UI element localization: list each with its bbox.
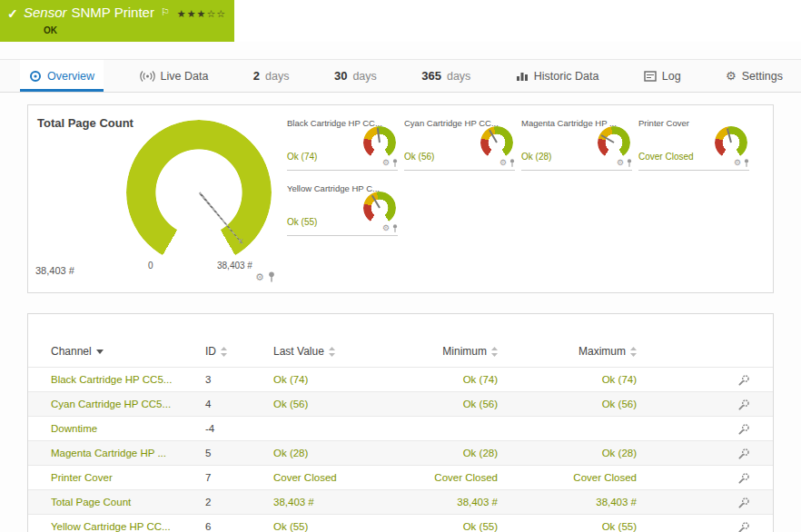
channel-gauge-tile[interactable]: Printer Cover Cover Closed ⚙ bbox=[638, 114, 749, 171]
column-header-maximum[interactable]: Maximum bbox=[498, 345, 637, 358]
table-row: Yellow Cartridge HP CC... 6 Ok (55) Ok (… bbox=[28, 514, 773, 532]
gauge-settings-icon[interactable]: ⚙ bbox=[617, 159, 624, 167]
channel-settings-icon[interactable] bbox=[637, 497, 750, 508]
tile-toolbar: ⚙ bbox=[382, 224, 398, 232]
table-row: Printer Cover 7 Cover Closed Cover Close… bbox=[28, 465, 773, 489]
channel-link[interactable]: Cyan Cartridge HP CC5... bbox=[51, 399, 205, 409]
column-header-last-value[interactable]: Last Value bbox=[273, 345, 391, 358]
gauge-settings-icon[interactable]: ⚙ bbox=[382, 224, 390, 232]
gauge-ring bbox=[126, 120, 272, 265]
channel-minimum: Ok (74) bbox=[391, 374, 498, 385]
tab-2-days-label: days bbox=[265, 70, 289, 83]
channel-id: 4 bbox=[205, 399, 273, 409]
tile-toolbar: ⚙ bbox=[382, 159, 398, 167]
page-header: ✓ SensorSNMP Printer⚐★★★☆☆ OK bbox=[0, 0, 801, 42]
channel-last-value: Ok (28) bbox=[273, 448, 391, 458]
tab-365-days[interactable]: 365 days bbox=[412, 60, 480, 92]
sort-both-icon bbox=[221, 347, 227, 357]
column-header-minimum[interactable]: Minimum bbox=[391, 345, 498, 358]
channel-id: -4 bbox=[205, 423, 273, 434]
pin-icon[interactable] bbox=[392, 159, 398, 167]
tab-overview[interactable]: Overview bbox=[20, 60, 104, 92]
channel-settings-icon[interactable] bbox=[637, 472, 750, 484]
mini-gauge bbox=[363, 192, 396, 224]
pin-icon[interactable] bbox=[268, 271, 275, 282]
status-badge: OK bbox=[44, 25, 57, 35]
channel-settings-icon[interactable] bbox=[637, 423, 750, 435]
pin-icon[interactable] bbox=[509, 159, 515, 167]
channel-link[interactable]: Black Cartridge HP CC5... bbox=[51, 374, 205, 385]
main-gauge-toolbar: ⚙ bbox=[255, 271, 275, 282]
tile-toolbar: ⚙ bbox=[499, 159, 515, 167]
tab-30-days[interactable]: 30 days bbox=[325, 60, 386, 92]
column-header-channel[interactable]: Channel bbox=[51, 345, 205, 358]
sensor-title-row: SensorSNMP Printer⚐★★★☆☆ bbox=[24, 5, 226, 20]
channel-link[interactable]: Yellow Cartridge HP CC... bbox=[51, 521, 205, 532]
channel-minimum: 38,403 # bbox=[391, 497, 498, 507]
tab-settings-label: Settings bbox=[742, 70, 783, 83]
sensor-title: SNMP Printer bbox=[72, 5, 154, 20]
tile-status-value: Ok (28) bbox=[521, 152, 551, 162]
channel-minimum: Cover Closed bbox=[391, 472, 498, 483]
table-body: Black Cartridge HP CC5... 3 Ok (74) Ok (… bbox=[28, 367, 773, 532]
sort-both-icon bbox=[329, 347, 335, 357]
pin-icon[interactable] bbox=[627, 159, 632, 167]
stars-empty: ☆☆ bbox=[206, 8, 226, 19]
gauge-scale-min: 0 bbox=[148, 261, 153, 271]
pin-icon[interactable] bbox=[392, 224, 398, 232]
channel-id: 5 bbox=[205, 448, 273, 458]
main-gauge-title: Total Page Count bbox=[37, 116, 134, 130]
channel-gauge-tile[interactable]: Black Cartridge HP CC... Ok (74) ⚙ bbox=[287, 114, 398, 171]
channel-maximum: Ok (74) bbox=[498, 374, 637, 385]
channel-minimum: Ok (56) bbox=[391, 399, 498, 409]
mini-gauge bbox=[598, 126, 630, 159]
channel-last-value: 38,403 # bbox=[273, 497, 391, 507]
channel-minimum: Ok (28) bbox=[391, 448, 498, 458]
flag-icon[interactable]: ⚐ bbox=[161, 6, 170, 17]
gauge-settings-icon[interactable]: ⚙ bbox=[734, 159, 741, 167]
channel-link[interactable]: Magenta Cartridge HP ... bbox=[51, 448, 205, 458]
tile-toolbar: ⚙ bbox=[734, 159, 749, 167]
channel-maximum: 38,403 # bbox=[498, 497, 637, 507]
column-header-id[interactable]: ID bbox=[205, 345, 273, 358]
pin-icon[interactable] bbox=[744, 159, 749, 167]
channel-gauge-tile[interactable]: Magenta Cartridge HP ... Ok (28) ⚙ bbox=[521, 114, 632, 171]
channel-link[interactable]: Downtime bbox=[51, 423, 205, 434]
channel-maximum: Cover Closed bbox=[498, 472, 637, 483]
channel-settings-icon[interactable] bbox=[637, 399, 750, 410]
channel-gauge-tile[interactable]: Cyan Cartridge HP CC... Ok (56) ⚙ bbox=[404, 114, 515, 171]
sensor-kind-label: Sensor bbox=[24, 5, 67, 20]
sort-both-icon bbox=[630, 347, 637, 357]
gauge-settings-icon[interactable]: ⚙ bbox=[499, 159, 507, 167]
tile-status-value: Ok (55) bbox=[287, 217, 317, 227]
channel-maximum: Ok (56) bbox=[498, 399, 637, 409]
gauge-settings-icon[interactable]: ⚙ bbox=[255, 272, 264, 282]
tab-overview-label: Overview bbox=[47, 70, 94, 83]
priority-star-rating[interactable]: ★★★☆☆ bbox=[177, 8, 226, 19]
channel-last-value: Cover Closed bbox=[273, 472, 391, 483]
tab-historic-data[interactable]: Historic Data bbox=[507, 60, 608, 92]
tile-toolbar: ⚙ bbox=[617, 159, 632, 167]
tab-settings[interactable]: ⚙ Settings bbox=[717, 60, 792, 92]
sensor-status-block: ✓ SensorSNMP Printer⚐★★★☆☆ OK bbox=[0, 0, 234, 42]
tab-365-days-label: days bbox=[447, 70, 470, 83]
channel-id: 2 bbox=[205, 497, 273, 507]
channel-link[interactable]: Printer Cover bbox=[51, 472, 205, 483]
channel-settings-icon[interactable] bbox=[637, 521, 750, 532]
channel-settings-icon[interactable] bbox=[637, 448, 750, 459]
mini-gauge bbox=[480, 126, 513, 159]
gauge-settings-icon[interactable]: ⚙ bbox=[382, 159, 390, 167]
channel-maximum: Ok (28) bbox=[498, 448, 637, 458]
tab-log[interactable]: Log bbox=[635, 60, 690, 92]
stars-filled: ★★★ bbox=[177, 8, 207, 19]
channel-settings-icon[interactable] bbox=[637, 374, 750, 386]
table-row: Magenta Cartridge HP ... 5 Ok (28) Ok (2… bbox=[28, 440, 773, 465]
channel-gauge-tile[interactable]: Yellow Cartridge HP C... Ok (55) ⚙ bbox=[287, 180, 398, 236]
channel-id: 3 bbox=[205, 374, 273, 385]
channel-last-value: Ok (55) bbox=[273, 521, 391, 532]
tab-2-days[interactable]: 2 days bbox=[244, 60, 299, 92]
gauges-panel: Total Page Count x 38,403 # 0 38,403 # ⚙… bbox=[27, 104, 774, 293]
tab-live-data[interactable]: Live Data bbox=[131, 60, 218, 92]
channel-link[interactable]: Total Page Count bbox=[51, 497, 205, 507]
table-row: Downtime -4 bbox=[28, 416, 773, 440]
